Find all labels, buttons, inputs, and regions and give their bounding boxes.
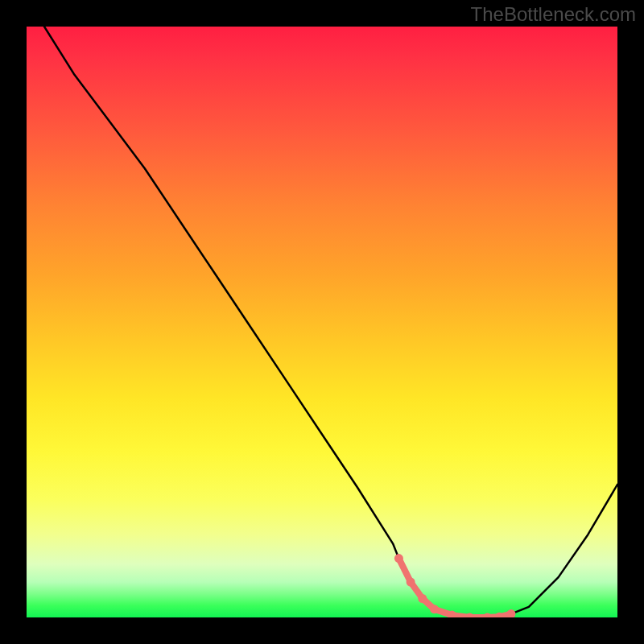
plot-gradient-background xyxy=(27,27,617,617)
chart-root: TheBottleneck.com xyxy=(0,0,644,644)
watermark-text: TheBottleneck.com xyxy=(471,3,636,26)
